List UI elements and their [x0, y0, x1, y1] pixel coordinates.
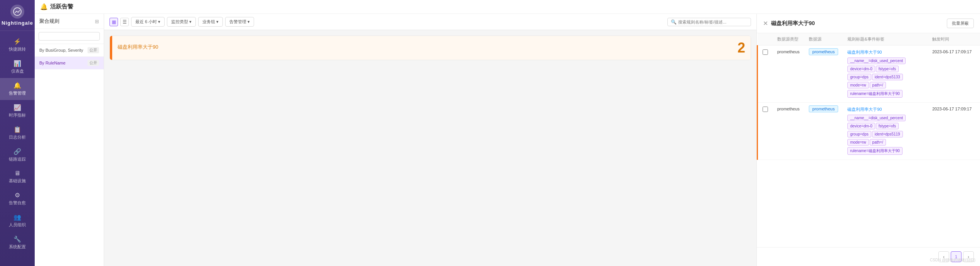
sidebar-item-quickjump[interactable]: ⚡ 快捷跳转	[0, 34, 35, 56]
sidebar-item-infra[interactable]: 🖥 基础设施	[0, 166, 35, 188]
datasource-type-cell: prometheus	[773, 103, 804, 160]
row-checkbox-cell	[758, 46, 773, 103]
row-checkbox-1[interactable]	[763, 107, 768, 112]
sidebar-item-label: 仪表盘	[11, 68, 24, 74]
rule-labels-cell: 磁盘利用率大于90__name__=disk_used_percentdevic…	[843, 103, 928, 160]
footer-watermark: CSDN @骄傲的猪猪(囧囧)	[930, 258, 975, 263]
tag: device=dm-0	[847, 66, 875, 72]
chevron-down-icon: ▾	[248, 19, 250, 24]
close-button[interactable]: ✕	[763, 20, 768, 27]
sidebar-item-trace[interactable]: 🔗 链路追踪	[0, 144, 35, 166]
group-badge-0: 公开	[88, 47, 99, 53]
alerts-body: 磁盘利用率大于90 2	[104, 30, 756, 266]
sidebar-item-metrics[interactable]: 📈 时序指标	[0, 100, 35, 122]
tag: __name__=disk_used_percent	[847, 58, 906, 64]
sidebar-item-people[interactable]: 👥 人员组织	[0, 210, 35, 232]
sidebar-item-alertmgmt[interactable]: 🔔 告警管理	[0, 78, 35, 100]
alert-card-info: 磁盘利用率大于90	[118, 44, 158, 52]
trace-icon: 🔗	[13, 148, 21, 155]
trigger-time-cell: 2023-06-17 17:09:17	[928, 46, 976, 103]
people-icon: 👥	[13, 213, 21, 221]
alert-search-input[interactable]	[678, 20, 748, 24]
alert-card[interactable]: 磁盘利用率大于90 2	[109, 36, 751, 60]
sidebar-item-label: 系统配置	[9, 244, 26, 250]
sidebar-item-label: 链路追踪	[9, 156, 26, 162]
tag: fstype=xfs	[876, 66, 899, 72]
tag: rulename=磁盘利用率大于90	[847, 90, 903, 98]
alert-card-count: 2	[738, 40, 745, 56]
rule-labels-cell: 磁盘利用率大于90__name__=disk_used_percentdevic…	[843, 46, 928, 103]
col-trigger-time: 触发时间	[928, 33, 976, 46]
logs-icon: 📋	[13, 126, 21, 133]
sidebar-item-label: 基础设施	[9, 178, 26, 184]
table-row: prometheusprometheus磁盘利用率大于90__name__=di…	[758, 46, 980, 103]
chevron-down-icon: ▾	[216, 19, 219, 24]
tag: group=dps	[847, 131, 871, 137]
row-checkbox-0[interactable]	[763, 49, 768, 55]
sidebar-item-logs[interactable]: 📋 日志分析	[0, 122, 35, 144]
tag: ident=dps5133	[872, 74, 903, 80]
infra-icon: 🖥	[14, 170, 20, 177]
col-datasource: 数据源	[804, 33, 843, 46]
detail-table: 数据源类型 数据源 规则标题&事件标签 触发时间 操作 prometheuspr…	[757, 33, 980, 247]
detail-header: ✕ 磁盘利用率大于90 批量屏蔽	[757, 14, 980, 33]
col-actions: 操作	[976, 33, 980, 46]
tag: __name__=disk_used_percent	[847, 115, 906, 121]
main-area: 🔔 活跃告警 聚合规则 ⊞ By BusiGroup, Severity 公开 …	[35, 0, 980, 266]
group-badge-1: 公开	[88, 60, 99, 66]
tag: rulename=磁盘利用率大于90	[847, 147, 903, 155]
actions-cell: 屏蔽删除	[976, 103, 980, 160]
bell-icon: 🔔	[40, 3, 48, 10]
datasource-type-cell: prometheus	[773, 46, 804, 103]
alerts-center: ▦ ☰ 最近 6 小时 ▾ 监控类型 ▾ 业务组 ▾ 告警管理 ▾	[104, 14, 756, 266]
rule-name-link[interactable]: 磁盘利用率大于90	[847, 49, 923, 55]
tag: path=/	[870, 139, 886, 146]
alert-search-box[interactable]: 🔍	[667, 18, 751, 26]
tag: device=dm-0	[847, 123, 875, 129]
tag: mode=rw	[847, 139, 869, 146]
rule-name-link[interactable]: 磁盘利用率大于90	[847, 107, 923, 112]
datasource-cell: prometheus	[804, 103, 843, 160]
view-list-btn[interactable]: ☰	[120, 18, 129, 26]
actions-cell: 屏蔽删除	[976, 46, 980, 103]
sidebar-item-selfheal[interactable]: ⚙ 告警自愈	[0, 188, 35, 210]
row-checkbox-cell	[758, 103, 773, 160]
alert-icon: 🔔	[13, 82, 21, 89]
time-range-btn[interactable]: 最近 6 小时 ▾	[131, 17, 165, 27]
rule-group-busigroup[interactable]: By BusiGroup, Severity 公开	[35, 44, 104, 57]
alert-type-btn[interactable]: 监控类型 ▾	[167, 17, 196, 27]
page-title-bar: 🔔 活跃告警	[35, 0, 980, 14]
alert-card-title: 磁盘利用率大于90	[118, 44, 158, 51]
tag: path=/	[870, 82, 886, 88]
rule-search-input[interactable]	[39, 32, 100, 41]
metrics-icon: 📈	[13, 104, 21, 111]
tag: group=dps	[847, 74, 871, 80]
rule-panel-search	[35, 29, 104, 44]
rule-panel-icon[interactable]: ⊞	[95, 19, 99, 24]
busi-group-btn[interactable]: 业务组 ▾	[198, 17, 223, 27]
col-rule-labels: 规则标题&事件标签	[843, 33, 928, 46]
logo-area: Nightingale	[0, 0, 35, 31]
sidebar-item-label: 告警管理	[9, 90, 26, 96]
view-card-btn[interactable]: ▦	[109, 18, 118, 26]
selfheal-icon: ⚙	[15, 191, 20, 199]
quickjump-icon: ⚡	[13, 38, 21, 45]
add-shield-button[interactable]: 批量屏蔽	[947, 19, 974, 28]
dashboard-icon: 📊	[13, 60, 21, 67]
logo-icon	[10, 5, 24, 19]
page-title: 活跃告警	[50, 3, 73, 10]
datasource-cell: prometheus	[804, 46, 843, 103]
rule-group-rulename[interactable]: By RuleName 公开	[35, 57, 104, 69]
col-checkbox	[758, 33, 773, 46]
rule-panel: 聚合规则 ⊞ By BusiGroup, Severity 公开 By Rule…	[35, 14, 104, 266]
sidebar-item-label: 日志分析	[9, 134, 26, 140]
detail-header-left: ✕ 磁盘利用率大于90	[763, 20, 815, 27]
chevron-down-icon: ▾	[189, 19, 192, 24]
col-datasource-type: 数据源类型	[773, 33, 804, 46]
sidebar-item-sysconfig[interactable]: 🔧 系统配置	[0, 232, 35, 254]
rule-panel-title: 聚合规则	[39, 18, 59, 25]
sidebar-item-dashboard[interactable]: 📊 仪表盘	[0, 56, 35, 78]
admin-group-btn[interactable]: 告警管理 ▾	[225, 17, 254, 27]
trigger-time-cell: 2023-06-17 17:09:17	[928, 103, 976, 160]
tag: fstype=xfs	[876, 123, 899, 129]
